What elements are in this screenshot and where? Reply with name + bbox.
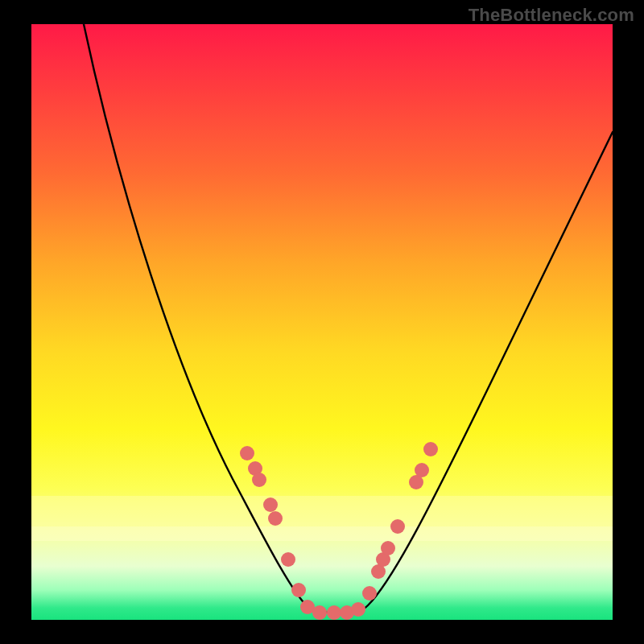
curve-marker (351, 602, 365, 617)
plot-area (31, 24, 613, 620)
highlight-bands (31, 496, 613, 541)
chart-svg (31, 24, 613, 620)
curve-marker (291, 583, 306, 597)
curve-marker (415, 463, 429, 477)
curve-marker (268, 511, 283, 526)
curve-marker (240, 446, 254, 460)
curve-marker (390, 519, 405, 534)
curve-marker (252, 473, 266, 487)
curve-marker (281, 552, 295, 567)
highlight-band (31, 526, 613, 541)
watermark-text: TheBottleneck.com (469, 5, 634, 26)
curve-marker (423, 442, 438, 456)
highlight-band (31, 496, 613, 526)
curve-marker (312, 605, 327, 620)
curve-marker (362, 586, 377, 601)
curve-marker (263, 497, 278, 512)
curve-marker (327, 605, 341, 620)
chart-frame: TheBottleneck.com (0, 0, 644, 644)
curve-marker (381, 541, 395, 555)
